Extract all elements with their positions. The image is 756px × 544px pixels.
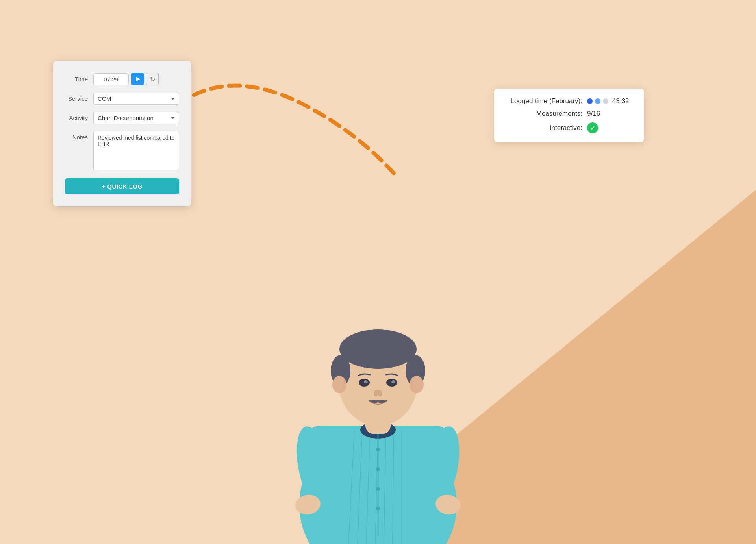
patient-figure	[276, 237, 480, 544]
notes-textarea[interactable]: Reviewed med list compared to EHR.	[93, 131, 179, 170]
activity-select[interactable]: Chart Documentation Care Plan Patient Ou…	[93, 112, 179, 124]
time-row: Time ↻	[65, 73, 179, 85]
measurements-row: Measurements: 9/16	[508, 110, 630, 118]
svg-point-27	[376, 448, 380, 451]
interactive-row: Interactive: ✓	[508, 122, 630, 133]
svg-point-29	[376, 487, 380, 491]
dot-1	[587, 98, 593, 104]
svg-point-12	[339, 329, 417, 369]
logged-time-number: 43:32	[612, 97, 629, 105]
activity-row: Activity Chart Documentation Care Plan P…	[65, 112, 179, 124]
svg-point-15	[332, 376, 346, 393]
log-form-card: Time ↻ Service CCM RPM BHI TCM Activity …	[53, 61, 191, 206]
notes-label: Notes	[65, 131, 93, 141]
service-row: Service CCM RPM BHI TCM	[65, 93, 179, 105]
svg-point-20	[391, 380, 395, 383]
check-circle-icon: ✓	[587, 122, 598, 133]
quick-log-button[interactable]: + QUICK LOG	[65, 178, 179, 194]
activity-control: Chart Documentation Care Plan Patient Ou…	[93, 112, 179, 124]
refresh-button[interactable]: ↻	[146, 73, 159, 85]
logged-time-value: 43:32	[587, 97, 629, 105]
dot-3	[603, 98, 608, 104]
service-label: Service	[65, 93, 93, 102]
activity-label: Activity	[65, 112, 93, 121]
svg-point-16	[410, 376, 424, 393]
time-label: Time	[65, 73, 93, 82]
time-input[interactable]	[93, 73, 129, 85]
svg-point-19	[364, 380, 368, 383]
service-control: CCM RPM BHI TCM	[93, 93, 179, 105]
svg-point-30	[376, 507, 380, 511]
measurements-number: 9/16	[587, 110, 600, 118]
service-select[interactable]: CCM RPM BHI TCM	[93, 93, 179, 105]
patient-svg	[276, 237, 480, 544]
measurements-label: Measurements:	[508, 110, 587, 118]
play-button[interactable]	[131, 73, 144, 85]
dot-2	[595, 98, 600, 104]
interactive-value: ✓	[587, 122, 598, 133]
time-controls: ↻	[93, 73, 179, 85]
check-icon: ✓	[590, 124, 595, 132]
notes-control: Reviewed med list compared to EHR.	[93, 131, 179, 170]
logged-time-label: Logged time (February):	[508, 97, 587, 105]
svg-point-28	[376, 467, 380, 471]
refresh-icon: ↻	[150, 76, 155, 83]
info-card: Logged time (February): 43:32 Measuremen…	[494, 89, 644, 142]
notes-row: Notes Reviewed med list compared to EHR.	[65, 131, 179, 170]
logged-time-row: Logged time (February): 43:32	[508, 97, 630, 105]
svg-point-21	[374, 390, 382, 395]
interactive-label: Interactive:	[508, 124, 587, 132]
measurements-value: 9/16	[587, 110, 600, 118]
